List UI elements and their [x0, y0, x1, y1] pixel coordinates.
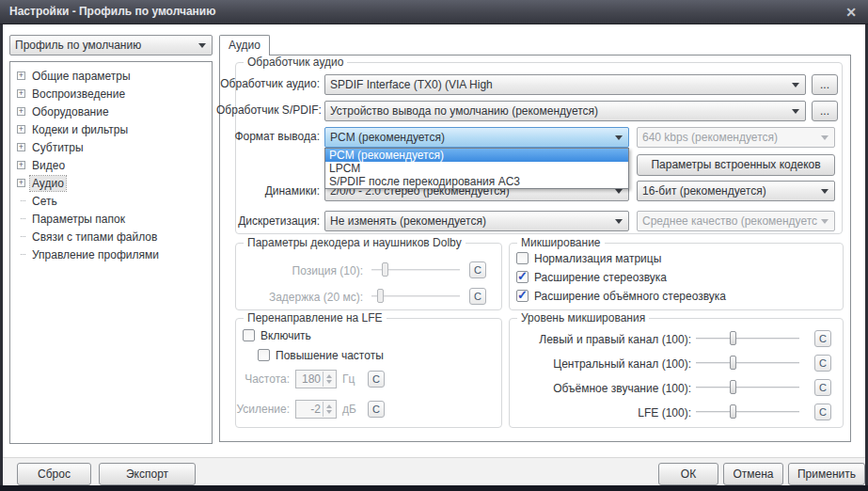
chevron-down-icon [615, 135, 623, 140]
expand-plus-icon[interactable] [17, 89, 25, 98]
lfe-gain-value: -2 [310, 403, 321, 416]
expand-plus-icon[interactable] [17, 179, 25, 187]
lfe-gain-unit: дБ [342, 403, 361, 416]
dolby-position-reset-button[interactable]: C [469, 261, 486, 278]
sidebar-item-file-associations[interactable]: Связи с типами файлов [10, 228, 212, 246]
spdif-processor-value: Устройство вывода по умолчанию (рекоменд… [330, 104, 598, 118]
spdif-processor-select[interactable]: Устройство вывода по умолчанию (рекоменд… [324, 101, 806, 121]
slider-thumb[interactable] [730, 404, 736, 419]
sidebar-item-profile-management[interactable]: Управление профилями [10, 246, 212, 263]
center-level-label: Центральный канал (100): [516, 357, 691, 371]
spdif-processor-more-button[interactable]: ... [812, 101, 838, 121]
dropdown-option-spdif-ac3[interactable]: S/PDIF после перекодирования AC3 [325, 175, 628, 188]
dolby-delay-reset-button[interactable]: C [469, 288, 486, 305]
sidebar-item-playback[interactable]: Воспроизведение [10, 85, 212, 103]
sidebar-item-video[interactable]: Видео [10, 156, 212, 174]
apply-button[interactable]: Применить [788, 463, 865, 485]
speakers-label: Динамики: [216, 184, 320, 198]
sidebar-item-label: Воспроизведение [30, 87, 127, 102]
expand-plus-icon[interactable] [17, 161, 25, 169]
center-level-slider[interactable] [696, 356, 799, 371]
expand-plus-icon[interactable] [17, 143, 25, 151]
slider-thumb [382, 262, 388, 277]
profile-select[interactable]: Профиль по умолчанию [9, 35, 213, 55]
lfe-level-slider[interactable] [696, 404, 799, 420]
chevron-down-icon [821, 135, 829, 140]
slider-thumb [377, 289, 384, 303]
slider-thumb[interactable] [730, 380, 736, 394]
matrix-normalization-checkbox[interactable] [516, 252, 529, 264]
bit-depth-select[interactable]: 16-бит (рекомендуется) [637, 181, 835, 201]
lfe-level-label: LFE (100): [516, 406, 691, 420]
lfe-frequency-value: 180 [302, 372, 321, 386]
surround-expand-checkbox[interactable] [516, 290, 529, 302]
sampling-select[interactable]: Не изменять (рекомендуется) [324, 211, 629, 231]
lfe-gain-label: Усиление: [216, 403, 290, 416]
settings-tree: Общие параметры Воспроизведение Оборудов… [9, 61, 213, 444]
group-title: Перенаправление на LFE [244, 311, 387, 325]
title-bar: Настройки - Профиль по умолчанию ✕ [0, 0, 868, 24]
sidebar-item-label: Общие параметры [30, 69, 133, 84]
sidebar-item-network[interactable]: Сеть [10, 192, 212, 210]
lfe-enable-checkbox[interactable] [243, 329, 255, 341]
builtin-codecs-button[interactable]: Параметры встроенных кодеков [637, 154, 835, 176]
sidebar-item-label: Связи с типами файлов [30, 230, 159, 245]
lfe-level-reset-button[interactable]: C [814, 404, 831, 420]
slider-thumb[interactable] [730, 331, 736, 345]
lfe-boost-checkbox[interactable] [258, 349, 270, 361]
spdif-processor-label: Обработчик S/PDIF: [216, 103, 320, 117]
expand-plus-icon[interactable] [17, 125, 25, 134]
tree-branch-icon [21, 218, 25, 219]
surround-expand-label: Расширение объёмного стереозвука [534, 290, 726, 303]
sidebar-item-label: Параметры папок [30, 212, 127, 227]
matrix-normalization-label: Нормализация матрицы [534, 252, 661, 265]
bitrate-value: 640 kbps (рекомендуется) [642, 131, 778, 144]
sampling-value: Не изменять (рекомендуется) [330, 214, 486, 228]
bitrate-select: 640 kbps (рекомендуется) [637, 127, 835, 148]
sidebar-item-general[interactable]: Общие параметры [10, 67, 212, 85]
center-level-reset-button[interactable]: C [814, 355, 831, 372]
surround-level-label: Объёмное звучание (100): [516, 382, 691, 395]
close-icon[interactable]: ✕ [843, 4, 860, 21]
sidebar-item-subtitles[interactable]: Субтитры [10, 138, 212, 156]
surround-level-reset-button[interactable]: C [814, 379, 831, 396]
tab-audio[interactable]: Аудио [219, 35, 270, 55]
sidebar-item-label-selected: Аудио [30, 176, 66, 191]
front-level-slider[interactable] [696, 331, 799, 346]
chevron-down-icon [615, 189, 623, 194]
spinner-arrows-icon [323, 372, 335, 387]
audio-processor-select[interactable]: SPDIF Interface (TX0) (VIA High [324, 74, 806, 95]
output-format-value: PCM (рекомендуется) [330, 131, 445, 144]
dropdown-option-pcm[interactable]: PCM (рекомендуется) [325, 149, 628, 162]
sidebar-item-hardware[interactable]: Оборудование [10, 103, 212, 120]
cancel-button[interactable]: Отмена [723, 463, 783, 485]
window-border-bottom [0, 485, 868, 491]
chevron-down-icon [615, 219, 623, 224]
dolby-position-slider [371, 262, 460, 277]
sidebar-item-audio[interactable]: Аудио [10, 174, 212, 192]
stereo-expand-label: Расширение стереозвука [534, 271, 667, 284]
surround-level-slider[interactable] [696, 380, 799, 395]
dropdown-option-lpcm[interactable]: LPCM [325, 162, 628, 175]
ok-button[interactable]: ОК [658, 463, 718, 485]
audio-processor-more-button[interactable]: ... [812, 74, 838, 95]
lfe-frequency-reset-button[interactable]: C [368, 371, 385, 388]
export-button[interactable]: Экспорт [99, 463, 196, 485]
expand-plus-icon[interactable] [17, 107, 25, 116]
dolby-position-label: Позиция (10): [241, 264, 363, 277]
front-level-reset-button[interactable]: C [814, 330, 831, 347]
output-format-select[interactable]: PCM (рекомендуется) [324, 127, 629, 148]
expand-plus-icon[interactable] [17, 71, 25, 80]
sidebar-item-codecs[interactable]: Кодеки и фильтры [10, 120, 212, 138]
lfe-frequency-label: Частота: [216, 372, 290, 386]
slider-thumb[interactable] [730, 356, 736, 370]
stereo-expand-checkbox[interactable] [516, 271, 529, 283]
slider-track [371, 295, 460, 297]
sidebar-item-folders[interactable]: Параметры папок [10, 210, 212, 228]
sampling-label: Дискретизация: [216, 214, 320, 228]
lfe-gain-reset-button[interactable]: C [368, 401, 385, 418]
spinner-arrows-icon [323, 402, 335, 417]
chevron-down-icon [821, 219, 829, 224]
slider-track [696, 387, 799, 388]
reset-button[interactable]: Сброс [17, 463, 91, 485]
